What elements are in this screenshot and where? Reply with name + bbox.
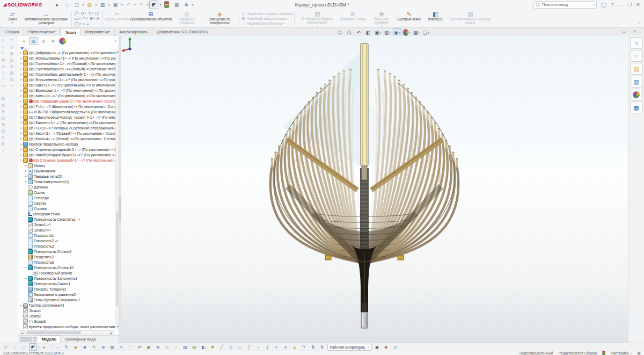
- tree-item[interactable]: ▸Тела поверхности(1): [18, 179, 115, 184]
- tree-item[interactable]: ▸(ф) Кноп<3> -> (Правый) <<По умолчанию>…: [18, 131, 115, 136]
- exploded-view-icon[interactable]: ✱: [209, 343, 217, 351]
- caret-icon[interactable]: ▾: [82, 3, 84, 6]
- tab-сборка[interactable]: Сборка: [1, 28, 24, 36]
- section-view-icon[interactable]: ◧: [364, 28, 372, 37]
- caret-icon[interactable]: ▾: [121, 3, 122, 6]
- select-cursor-icon[interactable]: ◤: [149, 1, 158, 9]
- open-icon[interactable]: ▤: [85, 1, 94, 9]
- tree-item[interactable]: Плоскость1: [18, 233, 115, 238]
- ribbon-collapse-icon[interactable]: ⌃: [634, 21, 644, 27]
- caret-icon[interactable]: ▾: [380, 31, 382, 34]
- previous-view-icon[interactable]: ↶: [354, 28, 363, 37]
- filter-edges-icon[interactable]: ▽: [11, 343, 19, 351]
- caret-icon[interactable]: ▾: [192, 3, 193, 6]
- left-tool-icon[interactable]: ▤: [1, 103, 5, 107]
- left-tool-icon[interactable]: ◧: [1, 141, 5, 146]
- left-tool-icon[interactable]: ▤: [10, 57, 14, 62]
- sketch-entity-icon[interactable]: ◯▾: [75, 21, 81, 26]
- zoom-to-fit-icon[interactable]: [335, 28, 343, 37]
- hide-show-items-icon[interactable]: ◉▾: [393, 28, 401, 37]
- taskpane-home-icon[interactable]: ⌂: [630, 37, 643, 49]
- expand-arrow-icon[interactable]: ▸: [19, 78, 23, 81]
- tree-item[interactable]: ▸(ф) Т<1> ->? (Шпангоуты) <<По умолчанию…: [18, 104, 115, 109]
- caret-icon[interactable]: ▾: [38, 345, 40, 349]
- help-icon[interactable]: ?: [609, 1, 616, 8]
- expand-arrow-icon[interactable]: ▸: [19, 62, 23, 65]
- expand-arrow-icon[interactable]: ▸: [19, 56, 23, 60]
- expand-arrow-icon[interactable]: ▸: [19, 99, 23, 103]
- ghost-icon[interactable]: ▦: [391, 343, 399, 351]
- ribbon-button-convert-entities[interactable]: ⊞Преобразование объектов: [130, 10, 172, 27]
- left-tool-icon[interactable]: ▭: [1, 83, 5, 88]
- view-orientation-icon[interactable]: ▣▾: [374, 28, 382, 37]
- expand-arrow-icon[interactable]: ▸: [19, 110, 23, 113]
- options-gear-icon[interactable]: ✱: [181, 1, 191, 9]
- tree-item[interactable]: ▸(ф) Волнорез<1> ->? (По умолчанию) <<По…: [18, 88, 115, 93]
- bom-icon[interactable]: ≡: [273, 343, 281, 351]
- appearances-scenes-icon[interactable]: [630, 89, 643, 100]
- interference-icon[interactable]: ⊗: [154, 343, 162, 351]
- left-tool-icon[interactable]: ⊗: [1, 135, 5, 140]
- caret-icon[interactable]: ▾: [409, 31, 411, 34]
- restore-icon[interactable]: ❐: [626, 1, 633, 8]
- tree-item[interactable]: ▸(ф) Бакс<1> ->? (По умолчанию) <<По умо…: [18, 82, 115, 88]
- expand-arrow-icon[interactable]: ▸: [19, 51, 23, 54]
- tree-item[interactable]: ▸(-) VD6.210_Габаритная модель<1> (По ум…: [18, 109, 115, 114]
- hole-alignment-icon[interactable]: ○: [172, 343, 180, 351]
- sketch-entity-icon[interactable]: ∿▾: [88, 11, 93, 16]
- tree-item[interactable]: ▸(ф) Баллер<1> -> (По умолчанию) <<По ум…: [18, 120, 115, 125]
- undo-icon[interactable]: ↶: [123, 1, 133, 9]
- expand-arrow-icon[interactable]: ▾: [19, 158, 23, 162]
- simulation-icon[interactable]: ▲: [291, 343, 299, 351]
- tree-item[interactable]: ▾!(ф) Стрингер скуловой<1> ->? (По умолч…: [18, 157, 115, 163]
- sketch-entity-icon[interactable]: ▢: [95, 11, 99, 16]
- section-icon[interactable]: ◧: [200, 343, 208, 351]
- search-input[interactable]: [541, 2, 591, 8]
- tree-item[interactable]: ▸History: [18, 163, 115, 168]
- insert-component-icon[interactable]: ⊕: [99, 343, 107, 351]
- caret-icon[interactable]: ▾: [147, 3, 148, 6]
- tab-расположение[interactable]: Расположение: [24, 28, 61, 36]
- tree-item[interactable]: ▸(ф) Горнтимберс<1> ->х (Правый) <По умо…: [18, 61, 115, 66]
- sketch-entity-icon[interactable]: ⊙▾: [80, 11, 86, 16]
- tree-item[interactable]: Эскиз1->?: [18, 222, 115, 227]
- tree-item[interactable]: ▸(ф) [ Валопровод^Корпус_проект ]<1> ->?…: [18, 114, 115, 120]
- caret-icon[interactable]: ▾: [419, 31, 420, 34]
- expand-arrow-icon[interactable]: ▸: [24, 169, 28, 172]
- camera-icon[interactable]: ◉: [373, 343, 381, 351]
- left-tool-icon[interactable]: ≡: [2, 148, 4, 153]
- tree-horizontal-scrollbar[interactable]: ◀ ▶: [19, 330, 114, 335]
- left-tool-icon[interactable]: ○: [2, 45, 4, 49]
- expand-arrow-icon[interactable]: ▸: [19, 83, 23, 86]
- scroll-thumb[interactable]: [116, 212, 118, 306]
- rebuild-traffic-light-icon[interactable]: [162, 1, 171, 9]
- axis-tool-icon[interactable]: │: [245, 343, 253, 351]
- mass-properties-icon[interactable]: ◉: [145, 343, 153, 351]
- ribbon-button-rapid-sketch[interactable]: ✎Быстрый эскиз: [396, 10, 422, 27]
- explode-sketch-icon[interactable]: ╱: [218, 343, 226, 351]
- left-tool-icon[interactable]: ✎: [1, 51, 5, 56]
- sketch-entity-icon[interactable]: •: [87, 21, 89, 26]
- tree-item[interactable]: Справа: [18, 206, 115, 211]
- expand-arrow-icon[interactable]: ▸: [19, 94, 23, 97]
- ribbon-button-instant2d[interactable]: ◧Instant2D: [422, 10, 449, 27]
- home-icon[interactable]: ⌂: [62, 1, 71, 9]
- tree-item[interactable]: ▸(ф) Горнтимберс центральный<1> ->х (По …: [18, 71, 115, 77]
- left-tool-icon[interactable]: ▧: [1, 115, 5, 120]
- tree-tab-nav[interactable]: [18, 336, 38, 343]
- left-tool-icon[interactable]: ▣: [10, 51, 14, 56]
- edit-component-icon[interactable]: ✎: [90, 343, 98, 351]
- motion-icon[interactable]: ↷: [300, 343, 308, 351]
- caret-icon[interactable]: ▾: [92, 11, 93, 15]
- snapshot-icon[interactable]: ◈: [382, 343, 390, 351]
- tree-item[interactable]: ▸(ф) Ахтерштевень<1> -> (По умолчанию) <…: [18, 55, 115, 61]
- left-tool-icon[interactable]: ∿: [1, 70, 5, 75]
- zoom-to-area-icon[interactable]: [345, 28, 353, 37]
- ribbon-button-offset-on-surface[interactable]: ◈Смещение по поверхности: [202, 10, 237, 27]
- expand-arrow-icon[interactable]: ▸: [19, 105, 23, 108]
- caret-icon[interactable]: ▾: [428, 31, 429, 34]
- configurationmanager-tab-icon[interactable]: ⊞: [39, 37, 48, 45]
- left-tool-icon[interactable]: ▦: [1, 96, 5, 101]
- displaymanager-tab-icon[interactable]: [58, 37, 67, 45]
- evaluation-icon[interactable]: ▤: [191, 343, 199, 351]
